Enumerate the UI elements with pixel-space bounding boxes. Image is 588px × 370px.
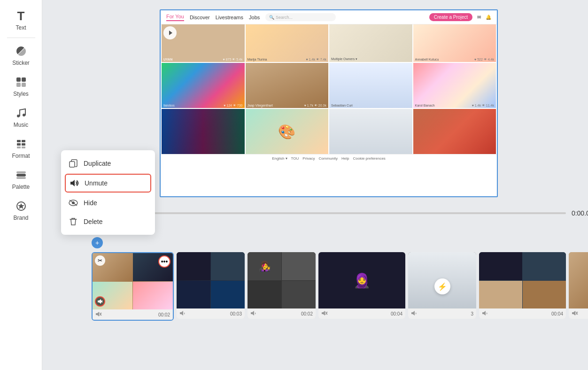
svg-rect-11 <box>22 146 25 148</box>
sidebar-item-format[interactable]: Format <box>0 133 42 164</box>
footer-english[interactable]: English ▾ <box>272 156 287 161</box>
styles-icon <box>15 76 28 89</box>
timeline-clip-1[interactable]: ✂ ••• <box>92 252 174 321</box>
clip-footer-5: 3 <box>408 308 476 319</box>
menu-item-duplicate[interactable]: Duplicate <box>61 154 155 173</box>
mute-badge[interactable] <box>95 296 105 307</box>
mail-icon: ✉ <box>477 15 481 20</box>
clip-footer-3: 00:02 <box>248 308 316 319</box>
sidebar-item-label-format: Format <box>12 153 30 159</box>
clip-mute-icon-4[interactable] <box>321 310 328 317</box>
text-icon: T <box>15 9 28 23</box>
svg-rect-0 <box>16 77 21 82</box>
delete-label: Delete <box>84 218 102 225</box>
timeline-clip-4[interactable]: 🧕 00:04 <box>318 252 405 319</box>
timeline-clip-2[interactable]: 00:03 <box>177 252 245 319</box>
brand-icon <box>15 200 28 213</box>
preview-search[interactable]: 🔍 Search... <box>265 13 336 21</box>
clip-duration-6: 00:04 <box>551 311 563 316</box>
footer-privacy[interactable]: Privacy <box>302 156 315 161</box>
svg-rect-7 <box>22 140 25 142</box>
timeline-clip-5[interactable]: ⚡ 3 <box>408 252 476 319</box>
clip-footer-1: 00:02 <box>93 309 173 320</box>
preview-tab-livestreams[interactable]: Livestreams <box>216 15 243 20</box>
menu-item-hide[interactable]: Hide <box>61 193 155 212</box>
sidebar: T Text Sticker Styles <box>0 0 42 370</box>
music-icon <box>15 107 28 120</box>
svg-rect-10 <box>17 146 21 148</box>
footer-cookies[interactable]: Cookie preferences <box>353 156 385 161</box>
grid-cell-8: Karol Banach ♥ 1.4k 👁 11.4k <box>413 63 496 108</box>
svg-rect-13 <box>16 171 26 173</box>
clip-footer-4: 00:04 <box>318 308 405 319</box>
preview-tab-discover[interactable]: Discover <box>190 15 210 20</box>
add-clip-button[interactable]: + <box>92 237 103 248</box>
create-project-btn[interactable]: Create a Project <box>429 13 472 21</box>
sidebar-item-styles[interactable]: Styles <box>0 71 42 102</box>
svg-rect-1 <box>22 77 26 82</box>
svg-marker-17 <box>169 31 172 35</box>
sidebar-item-music[interactable]: Music <box>0 102 42 133</box>
unmute-icon <box>70 178 79 188</box>
preview-grid-row2: llalobos ♥ 124 👁 730 Jaap Vliegenthart ♥… <box>161 63 497 108</box>
sidebar-divider-1 <box>7 38 35 38</box>
sidebar-item-label-music: Music <box>14 122 28 128</box>
svg-rect-14 <box>16 177 26 179</box>
format-icon <box>15 138 28 151</box>
svg-point-4 <box>17 115 20 117</box>
menu-item-unmute[interactable]: Unmute <box>65 174 151 193</box>
context-menu: Duplicate Unmute Hide Delete <box>61 150 155 235</box>
timeline-header: + <box>92 237 588 248</box>
footer-tou[interactable]: TOU <box>291 156 299 161</box>
sidebar-item-label-brand: Brand <box>13 215 28 221</box>
timeline-clip-6[interactable]: 00:04 <box>479 252 566 319</box>
sidebar-item-label-palette: Palette <box>12 184 30 190</box>
sidebar-item-brand[interactable]: Brand <box>0 195 42 226</box>
clip-mute-icon-5[interactable] <box>411 310 418 317</box>
clip-footer-6: 00:04 <box>479 308 566 319</box>
preview-grid-row1: UYAN ♥ 875 👁 5.4k Marija Tiurina ♥ 1.4k … <box>161 24 497 62</box>
preview-tab-jobs[interactable]: Jobs <box>249 15 260 20</box>
grid-cell-2: Marija Tiurina ♥ 1.4k 👁 7.4k <box>246 24 329 62</box>
grid-cell-7: Sebastian Curi <box>329 63 412 108</box>
sidebar-item-label-text: Text <box>15 24 26 31</box>
preview-grid-row3: 🎨 <box>161 109 497 154</box>
clip-mute-icon-6[interactable] <box>482 310 488 317</box>
svg-rect-27 <box>70 162 75 167</box>
more-options-icon[interactable]: ••• <box>158 255 170 268</box>
sidebar-item-text[interactable]: T Text <box>0 5 42 36</box>
clip-duration-2: 00:03 <box>230 311 242 316</box>
grid-cell-12 <box>413 109 496 154</box>
menu-item-delete[interactable]: Delete <box>61 212 155 231</box>
timeline-clips: ✂ ••• <box>92 252 588 321</box>
svg-rect-3 <box>22 83 26 87</box>
timeline: + ✂ ••• <box>85 232 588 350</box>
sidebar-item-palette[interactable]: Palette <box>0 164 42 195</box>
progress-track[interactable] <box>120 212 566 214</box>
svg-rect-12 <box>16 174 26 177</box>
preview-nav: For You Discover Livestreams Jobs 🔍 Sear… <box>161 10 497 24</box>
sticker-icon <box>15 45 28 58</box>
clip-mute-icon-7[interactable] <box>572 310 578 317</box>
svg-marker-16 <box>18 203 24 209</box>
clip-duration-5: 3 <box>471 311 473 316</box>
bell-icon: 🔔 <box>486 15 491 20</box>
search-placeholder: Search... <box>276 15 293 20</box>
clip-footer-7 <box>569 308 588 319</box>
timeline-clip-3[interactable]: 👩‍🎤 00:02 <box>248 252 316 319</box>
playback-bar: 0:00.00 / 0:02.39 <box>85 203 588 224</box>
clip-mute-icon-3[interactable] <box>250 310 257 317</box>
footer-community[interactable]: Community <box>319 156 338 161</box>
preview-tab-foryou[interactable]: For You <box>166 14 184 21</box>
grid-cell-5: llalobos ♥ 124 👁 730 <box>162 63 245 108</box>
svg-rect-2 <box>16 83 21 87</box>
sidebar-item-sticker[interactable]: Sticker <box>0 40 42 71</box>
timeline-clip-7[interactable] <box>569 252 588 319</box>
scissors-icon[interactable]: ✂ <box>95 255 105 266</box>
preview-frame: For You Discover Livestreams Jobs 🔍 Sear… <box>160 9 498 197</box>
clip-mute-icon-1[interactable] <box>95 311 102 318</box>
clip-footer-2: 00:03 <box>177 308 245 319</box>
footer-help[interactable]: Help <box>341 156 349 161</box>
sidebar-item-label-styles: Styles <box>13 91 29 97</box>
clip-mute-icon-2[interactable] <box>179 310 186 317</box>
